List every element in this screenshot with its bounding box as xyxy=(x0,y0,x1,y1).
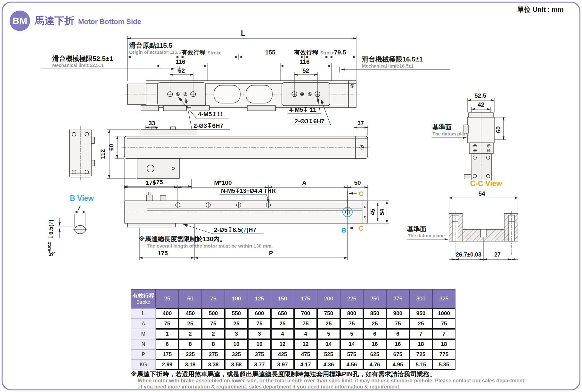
origin-zh: 滑台原點115.5 xyxy=(129,42,173,49)
page: 單位 Unit : mm BM 馬達下折 Motor Bottom Side xyxy=(0,0,582,392)
footer-note-zh: ※馬達下折時，若選用煞車馬達，或是超出馬達總長度限制時無法套用標準PIN孔，如有… xyxy=(131,370,436,379)
row-label-P: P xyxy=(131,349,156,360)
cell-L: 550 xyxy=(225,308,248,319)
datum-en-cc: The datum plane xyxy=(408,233,445,238)
cell-P: 725 xyxy=(409,349,432,360)
cell-P: 625 xyxy=(363,349,386,360)
cell-P: 675 xyxy=(386,349,409,360)
mech-limit-left-en: Mechanical limit:52.5±1 xyxy=(52,63,104,68)
cell-N: 18 xyxy=(432,339,455,349)
tol-sup: +0.012 xyxy=(47,242,51,253)
table-col-header: 125 xyxy=(248,289,271,308)
label-2o3-left: 2-Ø3↧6H7 xyxy=(193,122,223,129)
cell-KG: 3.38 xyxy=(202,360,225,370)
mark-c-bottom: C xyxy=(359,225,364,232)
cell-L: 700 xyxy=(294,308,317,319)
cell-N: 14 xyxy=(317,339,340,349)
cell-L: 450 xyxy=(179,308,202,319)
cell-P: 275 xyxy=(202,349,225,360)
cell-M: 1 xyxy=(156,329,179,339)
table-col-header: 100 xyxy=(225,289,248,308)
table-col-header: 150 xyxy=(271,289,294,308)
table-col-header: 225 xyxy=(340,289,363,308)
cell-M: 3 xyxy=(248,329,271,339)
dim-116-right: 116 xyxy=(300,58,310,65)
cell-A: 75 xyxy=(156,319,179,329)
label-4m5-left: 4-M5↧11 xyxy=(198,111,224,118)
cc-dim-27: 27 xyxy=(494,251,501,258)
footer-note-en2: .if you need more information & requirem… xyxy=(138,384,401,390)
cell-KG: 4.36 xyxy=(317,360,340,370)
cell-A: 75 xyxy=(202,319,225,329)
row-label-N: N xyxy=(131,339,156,349)
cell-N: 16 xyxy=(386,339,409,349)
table-header-stroke-zh: 有效行程 xyxy=(133,292,154,299)
cell-L: 900 xyxy=(386,308,409,319)
cell-L: 650 xyxy=(271,308,294,319)
table-header-stroke-en: Stroke xyxy=(136,299,150,305)
depth-blue: 7 xyxy=(48,222,54,225)
right-section-view xyxy=(464,110,494,184)
dim-50: 50 xyxy=(354,179,361,186)
mark-c-top: C xyxy=(359,190,364,197)
table-col-header: 275 xyxy=(386,289,409,308)
cc-dim-54: 54 xyxy=(478,190,485,197)
dim-52-left: 52 xyxy=(178,67,185,74)
dim-m100: M*100 xyxy=(214,179,232,186)
origin-en: Origin of actuator:115.5 xyxy=(129,50,181,55)
stroke-table: 有效行程 Stroke 25 50 75 100 125 150 175 200… xyxy=(131,289,455,370)
row-label-KG: KG xyxy=(131,360,156,370)
cell-P: 325 xyxy=(225,349,248,360)
cell-KG: 3.77 xyxy=(248,360,271,370)
dim-52-right: 52 xyxy=(302,67,309,74)
dim-45: 45 xyxy=(370,209,376,215)
dim-155: 155 xyxy=(265,49,275,56)
cell-KG: 3.58 xyxy=(225,360,248,370)
cell-A: 25 xyxy=(409,319,432,329)
cell-N: 14 xyxy=(340,339,363,349)
cell-M: 2 xyxy=(179,329,202,339)
dim-54-bottom: 54 xyxy=(379,209,385,215)
cell-A: 25 xyxy=(179,319,202,329)
mark-b: B xyxy=(341,226,346,234)
cell-KG: 4.17 xyxy=(294,360,317,370)
cell-M: 4 xyxy=(294,329,317,339)
b-view-detail xyxy=(57,212,87,238)
cell-L: 950 xyxy=(409,308,432,319)
cell-A: 25 xyxy=(271,319,294,329)
dim-175-top: 175 xyxy=(146,179,156,186)
depth-post: ) xyxy=(48,220,54,222)
cell-L: 500 xyxy=(202,308,225,319)
table-col-header: 25 xyxy=(156,289,179,308)
dim-52-5: 52.5 xyxy=(474,92,486,99)
motor-note-en: The overall length of the motor must be … xyxy=(147,243,273,249)
label-2o3-right: 2-Ø3↧6H7 xyxy=(295,118,324,125)
dim-60-side: 60 xyxy=(495,126,502,133)
table-col-header: 175 xyxy=(294,289,317,308)
cell-M: 7 xyxy=(432,329,455,339)
middle-side-view xyxy=(70,126,370,180)
datum-zh-cc: 基準面 xyxy=(407,225,426,233)
cell-N: 10 xyxy=(225,339,248,349)
cell-N: 12 xyxy=(294,339,317,349)
cell-M: 4 xyxy=(271,329,294,339)
dim-175-bottom: 175 xyxy=(158,250,168,257)
cell-N: 8 xyxy=(179,339,202,349)
cell-KG: 3.97 xyxy=(271,360,294,370)
cc-view xyxy=(449,211,518,255)
dim-116-left: 116 xyxy=(176,58,185,65)
cell-P: 775 xyxy=(432,349,455,360)
cell-L: 600 xyxy=(248,308,271,319)
cell-A: 75 xyxy=(294,319,317,329)
stroke-left-en: Stroke xyxy=(208,50,222,55)
dim-p: P xyxy=(269,250,273,257)
footer-note-en1: When motor with brake assembled on lower… xyxy=(138,378,524,384)
b-view-labels: B View 7 5+0.0120↧6.5(7) xyxy=(47,194,94,256)
dim-60-mid: 60 xyxy=(108,144,115,151)
cell-P: 375 xyxy=(248,349,271,360)
cell-P: 525 xyxy=(317,349,340,360)
b-view-dim-7: 7 xyxy=(78,205,81,211)
cell-L: 750 xyxy=(317,308,340,319)
table-col-header: 325 xyxy=(432,289,455,308)
label-2o5-blue: 7 xyxy=(243,226,247,233)
